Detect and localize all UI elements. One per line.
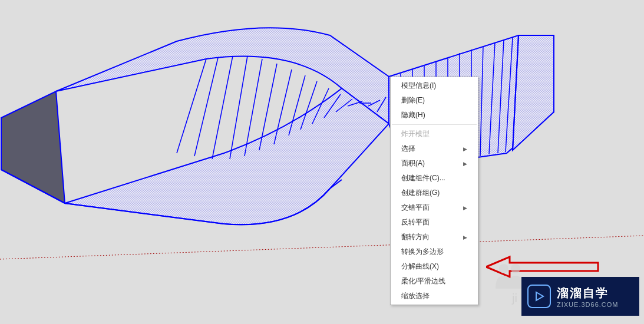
menu-item-label: 炸开模型: [401, 129, 430, 139]
menu-make-component[interactable]: 创建组件(C)...: [391, 171, 478, 186]
menu-hide[interactable]: 隐藏(H): [391, 108, 478, 123]
menu-convert-polygon[interactable]: 转换为多边形: [391, 244, 478, 259]
menu-item-label: 选择: [401, 144, 415, 154]
menu-item-label: 分解曲线(X): [401, 262, 439, 272]
menu-select[interactable]: 选择 ▶: [391, 141, 478, 156]
menu-item-label: 柔化/平滑边线: [401, 276, 445, 286]
menu-area[interactable]: 面积(A) ▶: [391, 156, 478, 171]
menu-item-label: 交错平面: [401, 203, 430, 213]
menu-item-label: 模型信息(I): [401, 81, 436, 91]
menu-item-label: 转换为多边形: [401, 247, 444, 257]
chevron-right-icon: ▶: [463, 234, 467, 240]
menu-model-info[interactable]: 模型信息(I): [391, 78, 478, 93]
svg-line-5: [177, 59, 206, 153]
menu-soften-smooth[interactable]: 柔化/平滑边线: [391, 274, 478, 289]
play-icon: [527, 285, 551, 308]
menu-zoom-selection[interactable]: 缩放选择: [391, 289, 478, 303]
menu-item-label: 翻转方向: [401, 232, 430, 242]
menu-explode-curve[interactable]: 分解曲线(X): [391, 259, 478, 274]
menu-item-label: 隐藏(H): [401, 110, 425, 120]
svg-marker-32: [513, 35, 554, 150]
menu-divider: [392, 124, 477, 125]
svg-point-36: [511, 264, 520, 273]
menu-intersect-faces[interactable]: 交错平面 ▶: [391, 200, 478, 215]
watermark: 溜溜自学 ZIXUE.3D66.COM: [521, 277, 639, 316]
menu-explode: 炸开模型: [391, 127, 478, 141]
chevron-right-icon: ▶: [463, 205, 467, 211]
svg-line-8: [230, 56, 247, 159]
menu-item-label: 创建群组(G): [401, 188, 440, 198]
menu-delete[interactable]: 删除(E): [391, 93, 478, 108]
chevron-right-icon: ▶: [463, 161, 467, 167]
svg-line-7: [212, 56, 233, 159]
viewport-canvas[interactable]: [0, 0, 644, 324]
svg-line-6: [194, 58, 218, 156]
chevron-right-icon: ▶: [463, 146, 467, 152]
svg-point-35: [499, 264, 508, 273]
svg-line-3: [0, 236, 644, 259]
menu-item-label: 创建组件(C)...: [401, 173, 445, 183]
ghost-text: ji: [512, 292, 517, 305]
menu-item-label: 缩放选择: [401, 291, 430, 301]
watermark-url: ZIXUE.3D66.COM: [557, 301, 618, 308]
menu-flip-along[interactable]: 翻转方向 ▶: [391, 230, 478, 244]
menu-make-group[interactable]: 创建群组(G): [391, 186, 478, 200]
menu-item-label: 反转平面: [401, 217, 430, 227]
context-menu: 模型信息(I) 删除(E) 隐藏(H) 炸开模型 选择 ▶ 面积(A) ▶ 创建…: [390, 77, 478, 305]
menu-item-label: 删除(E): [401, 95, 425, 105]
menu-reverse-faces[interactable]: 反转平面: [391, 215, 478, 230]
menu-item-label: 面积(A): [401, 158, 425, 168]
svg-marker-37: [536, 292, 543, 300]
watermark-title: 溜溜自学: [557, 285, 618, 301]
